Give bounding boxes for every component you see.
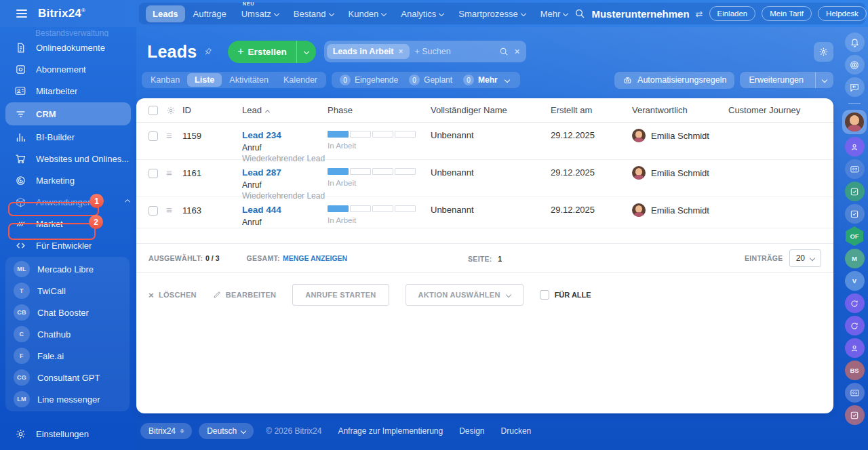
create-button[interactable]: +Erstellen (228, 41, 315, 63)
footer-link-print[interactable]: Drucken (501, 426, 532, 436)
responsible-cell[interactable]: Emilia Schmidt (632, 166, 728, 180)
column-header-phase[interactable]: Phase (328, 105, 431, 115)
lead-link[interactable]: Lead 234 (242, 130, 281, 140)
lead-link[interactable]: Lead 287 (242, 167, 281, 178)
sync-icon[interactable] (845, 293, 865, 313)
sidebar-item-mitarbeiter[interactable]: Mitarbeiter (0, 80, 136, 102)
nav-tab-auftraege[interactable]: Aufträge (186, 5, 233, 22)
filter-chip[interactable]: Leads in Arbeit × (327, 44, 410, 59)
for-all-toggle[interactable]: FÜR ALLE (540, 290, 591, 300)
switch-company-icon[interactable]: ⇄ (696, 9, 703, 19)
menu-icon[interactable] (16, 9, 27, 18)
sidebar-item-consultant-gpt[interactable]: CG Consultant GPT (5, 367, 130, 388)
sidebar-item-marketing[interactable]: Marketing (0, 169, 136, 191)
automation-rules-button[interactable]: Automatisierungsregeln (614, 72, 734, 89)
sidebar-item-abonnement[interactable]: Abonnement (0, 58, 136, 80)
invite-button[interactable]: Einladen (709, 6, 756, 21)
helpdesk-button[interactable]: Helpdesk (818, 6, 867, 21)
for-all-checkbox[interactable] (540, 290, 549, 300)
task-check-icon[interactable] (845, 405, 865, 425)
nav-tab-mehr[interactable]: Mehr (534, 5, 575, 22)
sidebar-item-crm[interactable]: CRM (5, 102, 131, 125)
language-select[interactable]: Deutsch (199, 423, 254, 439)
contact-card-icon[interactable] (845, 159, 865, 179)
sync-icon[interactable] (845, 316, 865, 335)
remove-filter-icon[interactable]: × (398, 47, 403, 56)
extensions-button[interactable]: Erweiterungen (740, 72, 833, 88)
filter-search-bar[interactable]: Leads in Arbeit × + Suchen × (324, 41, 526, 62)
sidebar-item-fale-ai[interactable]: F Fale.ai (5, 345, 130, 367)
column-header-lead[interactable]: Lead (242, 105, 328, 115)
row-menu-icon[interactable]: ≡ (166, 131, 182, 140)
sidebar-item-chathub[interactable]: C Chathub (5, 323, 130, 345)
notifications-bell-icon[interactable] (845, 33, 865, 52)
chat-badge-v[interactable]: V (845, 271, 865, 291)
search-icon[interactable] (574, 8, 585, 19)
task-check-icon[interactable] (845, 182, 865, 201)
settings-gear-button[interactable] (814, 42, 833, 62)
chat-badge-m[interactable]: M (845, 249, 865, 268)
row-checkbox[interactable] (149, 131, 158, 141)
sidebar-item-onlinedokumente[interactable]: Onlinedokumente (0, 37, 136, 58)
sidebar-item-anwendungen[interactable]: Anwendungen (0, 191, 136, 213)
messenger-icon[interactable] (845, 77, 865, 97)
nav-tab-umsatz[interactable]: NEUUmsatz (235, 5, 285, 22)
app-logo[interactable]: Bitrix24® (38, 7, 85, 20)
company-name[interactable]: Musterunternehmen (591, 8, 689, 20)
sidebar-item-market[interactable]: Market (0, 213, 136, 234)
phase-progress-bar[interactable] (328, 131, 416, 138)
chat-badge-bs[interactable]: BS (845, 361, 865, 380)
row-checkbox[interactable] (149, 206, 158, 216)
tariff-button[interactable]: Mein Tarif (762, 6, 812, 21)
pin-icon[interactable] (203, 47, 213, 57)
search-icon[interactable] (499, 47, 509, 56)
copilot-icon[interactable] (845, 55, 865, 75)
sidebar-item-line-messenger[interactable]: LM Line messenger (5, 388, 130, 410)
counter-mehr[interactable]: 0 Mehr (459, 75, 513, 85)
footer-brand[interactable]: Bitrix24® (140, 423, 192, 439)
edit-button[interactable]: BEARBEITEN (213, 291, 277, 299)
responsible-cell[interactable]: Emilia Schmidt (632, 203, 728, 217)
counter-eingehende[interactable]: 0 Eingehende (336, 75, 402, 85)
row-menu-icon[interactable]: ≡ (166, 205, 182, 215)
row-checkbox[interactable] (149, 169, 158, 178)
row-menu-icon[interactable]: ≡ (166, 168, 182, 178)
start-calls-button[interactable]: ANRUFE STARTEN (292, 284, 389, 306)
column-header-responsible[interactable]: Verantwortlich (632, 105, 728, 115)
sidebar-item-chat-booster[interactable]: CB Chat Booster (5, 302, 130, 323)
nav-tab-leads[interactable]: Leads (146, 5, 185, 22)
column-header-created[interactable]: Erstellt am (551, 105, 632, 115)
lead-link[interactable]: Lead 444 (242, 205, 281, 215)
view-tab-kalender[interactable]: Kalender (276, 73, 325, 87)
choose-action-select[interactable]: AKTION AUSWÄHLEN (406, 284, 524, 306)
footer-link-implementation[interactable]: Anfrage zur Implementierung (338, 426, 443, 436)
sidebar-item-mercado-libre[interactable]: ML Mercado Libre (5, 258, 130, 280)
column-header-id[interactable]: ID (182, 105, 242, 115)
column-header-journey[interactable]: Customer Journey (728, 105, 833, 115)
contact-card-icon[interactable] (845, 383, 865, 403)
sidebar-item-bestandsverwaltung[interactable]: Bestandsverwaltung (0, 27, 136, 37)
column-header-full-name[interactable]: Vollständiger Name (431, 105, 551, 115)
view-tab-liste[interactable]: Liste (187, 73, 222, 87)
search-input[interactable]: + Suchen (415, 47, 494, 56)
nav-tab-bestand[interactable]: Bestand (287, 5, 340, 22)
sidebar-item-einstellungen[interactable]: Einstellungen (0, 423, 136, 445)
person-icon[interactable] (845, 338, 865, 358)
contact-center-icon[interactable] (845, 137, 865, 157)
nav-tab-kunden[interactable]: Kunden (342, 5, 393, 22)
footer-link-design[interactable]: Design (459, 426, 484, 436)
create-dropdown[interactable] (296, 41, 316, 63)
phase-progress-bar[interactable] (328, 205, 416, 212)
view-tab-kanban[interactable]: Kanban (143, 73, 187, 87)
view-tab-aktivitaeten[interactable]: Aktivitäten (222, 73, 276, 87)
responsible-cell[interactable]: Emilia Schmidt (632, 129, 728, 142)
phase-progress-bar[interactable] (328, 168, 416, 175)
nav-tab-smartprozesse[interactable]: Smartprozesse (452, 5, 532, 22)
table-settings-gear-icon[interactable] (166, 106, 182, 115)
counter-geplant[interactable]: 0 Geplant (405, 75, 456, 85)
select-all-checkbox[interactable] (149, 106, 158, 115)
task-check-icon[interactable] (845, 204, 865, 224)
profile-avatar-tile[interactable] (842, 110, 867, 134)
sidebar-item-fuer-entwickler[interactable]: Für Entwickler (0, 234, 136, 256)
sidebar-item-bi-builder[interactable]: BI-Builder (0, 126, 136, 148)
